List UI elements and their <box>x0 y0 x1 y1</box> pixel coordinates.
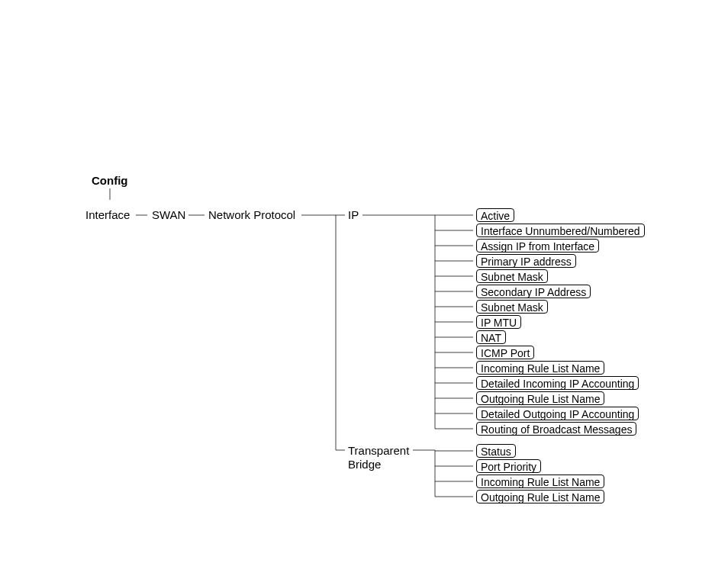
leaf-ip-detailed-outgoing: Detailed Outgoing IP Accounting <box>476 407 639 420</box>
node-network-protocol: Network Protocol <box>208 208 295 221</box>
node-ip: IP <box>348 208 359 221</box>
leaf-ip-subnet-mask-1: Subnet Mask <box>476 269 548 283</box>
connector-lines <box>0 0 728 563</box>
leaf-ip-primary-ip: Primary IP address <box>476 254 576 268</box>
node-swan: SWAN <box>152 208 185 221</box>
node-config: Config <box>92 174 127 187</box>
leaf-ip-icmp-port: ICMP Port <box>476 346 534 359</box>
leaf-ip-interface-unnumbered: Interface Unnumbered/Numbered <box>476 224 645 237</box>
leaf-ip-broadcast-routing: Routing of Broadcast Messages <box>476 422 636 436</box>
leaf-ip-detailed-incoming: Detailed Incoming IP Accounting <box>476 376 639 390</box>
leaf-bridge-incoming-rule: Incoming Rule List Name <box>476 475 604 488</box>
leaf-ip-nat: NAT <box>476 330 506 344</box>
leaf-ip-incoming-rule: Incoming Rule List Name <box>476 361 604 375</box>
leaf-bridge-status: Status <box>476 444 516 458</box>
leaf-ip-outgoing-rule: Outgoing Rule List Name <box>476 391 604 405</box>
node-interface: Interface <box>85 208 130 221</box>
leaf-bridge-outgoing-rule: Outgoing Rule List Name <box>476 490 604 503</box>
leaf-ip-assign-ip: Assign IP from Interface <box>476 239 599 253</box>
leaf-ip-secondary-ip: Secondary IP Address <box>476 285 591 298</box>
leaf-ip-subnet-mask-2: Subnet Mask <box>476 300 548 314</box>
leaf-ip-mtu: IP MTU <box>476 315 521 329</box>
leaf-ip-active: Active <box>476 208 514 222</box>
leaf-bridge-port-priority: Port Priority <box>476 459 541 473</box>
node-transparent-bridge-l2: Bridge <box>348 458 381 471</box>
node-transparent-bridge-l1: Transparent <box>348 444 409 457</box>
